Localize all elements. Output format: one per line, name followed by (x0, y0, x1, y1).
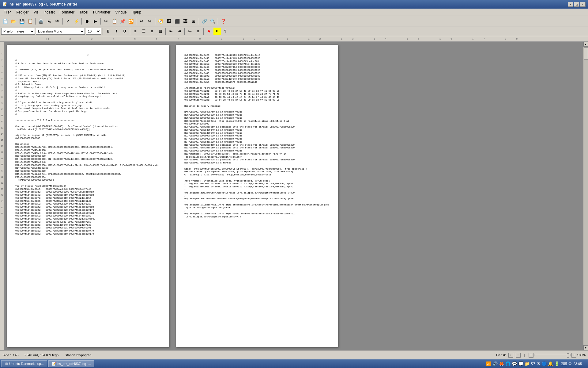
bold-button[interactable]: B (104, 28, 112, 35)
zoom-slider[interactable] (534, 354, 571, 356)
table-button[interactable]: ⊞ (190, 17, 198, 25)
page-preview-button[interactable]: 👁 (53, 17, 61, 25)
volume-icon[interactable]: 🔔 (548, 361, 553, 366)
indent-decrease-button[interactable]: ⇤ (167, 28, 175, 35)
undo-button[interactable]: ↩ (138, 17, 145, 25)
align-right-button[interactable]: ≡ (148, 28, 156, 35)
vruler-mark: 4 (0, 69, 4, 75)
taskbar-app2[interactable]: 📝 hs_err_pid4837.log -... (48, 360, 94, 367)
align-center-button[interactable]: ☰ (140, 28, 147, 35)
security-icon[interactable]: 🛡 (531, 361, 535, 366)
network-icon[interactable]: 📶 (486, 361, 491, 366)
macro-record-button[interactable]: ⏺ (83, 17, 91, 25)
indent-increase-button[interactable]: ⇥ (175, 28, 183, 35)
battery-icon[interactable]: 🔋 (554, 361, 560, 366)
close-button[interactable]: × (580, 2, 586, 7)
align-left-button[interactable]: ≡ (132, 28, 139, 35)
menu-vindue[interactable]: Vindue (113, 10, 129, 15)
menu-formater[interactable]: Formater (57, 10, 77, 15)
vruler-mark: 11 (0, 112, 4, 118)
autocorrect-button[interactable]: ⚡ (72, 17, 80, 25)
menu-funktioner[interactable]: Funktioner (91, 10, 113, 15)
redo-button[interactable]: ↪ (146, 17, 154, 25)
underline-button[interactable]: U (121, 28, 128, 35)
save-button[interactable]: 💾 (18, 17, 26, 25)
navigator-button[interactable]: 🧭 (156, 17, 164, 25)
browser-icon[interactable]: 🌐 (505, 361, 511, 366)
highlight-button[interactable]: H (213, 28, 221, 35)
maximize-button[interactable]: □ (574, 2, 579, 7)
ordered-list-button[interactable]: ≡ (194, 28, 202, 35)
firefox-icon[interactable]: 🦊 (499, 361, 504, 366)
menu-rediger[interactable]: Rediger (13, 10, 31, 15)
vruler-mark: 5 (0, 75, 4, 82)
paragraph-style-select[interactable]: Præformatere (1, 28, 35, 35)
char-style-button[interactable]: ¶ (222, 28, 229, 35)
page-info: Side 1 / 45 (2, 353, 19, 357)
taskbar-app1[interactable]: 🖥 Ubuntu Danmark sup... (1, 360, 47, 367)
clone-button[interactable]: 🔁 (127, 17, 135, 25)
vruler-mark: 13 (0, 125, 4, 131)
status-icon-1[interactable]: ▪ (508, 353, 513, 358)
zoom-thumb[interactable] (567, 353, 569, 358)
document-page-right[interactable]: 0x00007f5d43be0a20: 00007f5cdbe78d60 000… (176, 45, 338, 347)
menu-vis[interactable]: Vis (31, 10, 41, 15)
language-indicator: Dansk (496, 353, 506, 357)
title-bar-controls: − □ × (568, 2, 586, 7)
print-preview-button[interactable]: 🖨️ (37, 17, 45, 25)
title-bar: 📝 hs_err_pid4837.log - LibreOffice Write… (0, 0, 588, 9)
spellcheck-button[interactable]: ✓ (64, 17, 72, 25)
open-button[interactable]: 📂 (9, 17, 17, 25)
find-button[interactable]: 🔍 (209, 17, 217, 25)
scroll-down-button[interactable]: ▼ (583, 345, 588, 350)
skype-icon[interactable]: 💬 (512, 361, 517, 366)
vruler-mark: 20 (0, 167, 4, 174)
chat-icon[interactable]: 💭 (518, 361, 523, 366)
format-sep-2 (130, 28, 130, 35)
justify-button[interactable]: ▤ (156, 28, 164, 35)
menu-hjaelp[interactable]: Hjælp (129, 10, 144, 15)
hyperlink-button[interactable]: 🔗 (200, 17, 208, 25)
font-name-select[interactable]: Liberation Mono (36, 28, 85, 35)
save-as-button[interactable]: 📋 (26, 17, 34, 25)
gallery-button[interactable]: 🖼 (165, 17, 173, 25)
help-button[interactable]: ❓ (219, 17, 227, 25)
bluetooth-icon[interactable]: 🔵 (541, 361, 547, 366)
menu-filer[interactable]: Filer (1, 10, 13, 15)
unordered-list-button[interactable]: ≔ (186, 28, 194, 35)
menu-tabel[interactable]: Tabel (77, 10, 91, 15)
vruler-mark: 7 (0, 88, 4, 94)
macro-run-button[interactable]: ▶ (91, 17, 99, 25)
files-icon[interactable]: 📁 (525, 361, 530, 366)
status-icon-2[interactable]: ▫ (516, 353, 521, 358)
frames-button[interactable]: ⬛ (173, 17, 181, 25)
scroll-thumb[interactable] (584, 47, 588, 59)
scroll-up-button[interactable]: ▲ (583, 42, 588, 47)
paste-button[interactable]: 📌 (119, 17, 126, 25)
vruler-mark: 24 (0, 192, 4, 198)
font-size-select[interactable]: 10 (86, 28, 101, 35)
vruler-mark: 27 (0, 210, 4, 217)
sound-icon[interactable]: 🔊 (492, 361, 498, 366)
cut-button[interactable]: ✂ (102, 17, 110, 25)
font-color-button[interactable]: A (205, 28, 213, 35)
zoom-in-button[interactable]: + (571, 353, 576, 358)
insert-pic-button[interactable]: 🖼 (181, 17, 189, 25)
zoom-separator: | (524, 354, 525, 357)
italic-button[interactable]: I (113, 28, 120, 35)
zoom-out-button[interactable]: − (529, 353, 533, 358)
ruler-left-margin: | (46, 37, 47, 40)
document-page-left[interactable]: ## # A fatal error has been detected by … (7, 45, 169, 347)
keyboard-icon[interactable]: ⌨ (561, 361, 567, 366)
spell-tools: ✓ ⚡ (64, 17, 80, 25)
settings-icon[interactable]: ⚙ (568, 361, 572, 366)
zoom-level: 100% (577, 353, 586, 357)
menu-indsaet[interactable]: Indsæt (41, 10, 57, 15)
new-button[interactable]: 📄 (1, 17, 9, 25)
minimize-button[interactable]: − (568, 2, 573, 7)
print-button[interactable]: 🖨 (45, 17, 53, 25)
mail-icon[interactable]: ✉ (537, 361, 540, 366)
system-tray: 📶 🔊 🦊 🌐 💬 💭 📁 🛡 ✉ 🔵 🔔 🔋 ⌨ ⚙ 23:05 (484, 361, 587, 366)
copy-button[interactable]: 📋 (110, 17, 118, 25)
formatting-toolbar: Præformatere Liberation Mono 10 B I U ≡ … (0, 26, 588, 36)
